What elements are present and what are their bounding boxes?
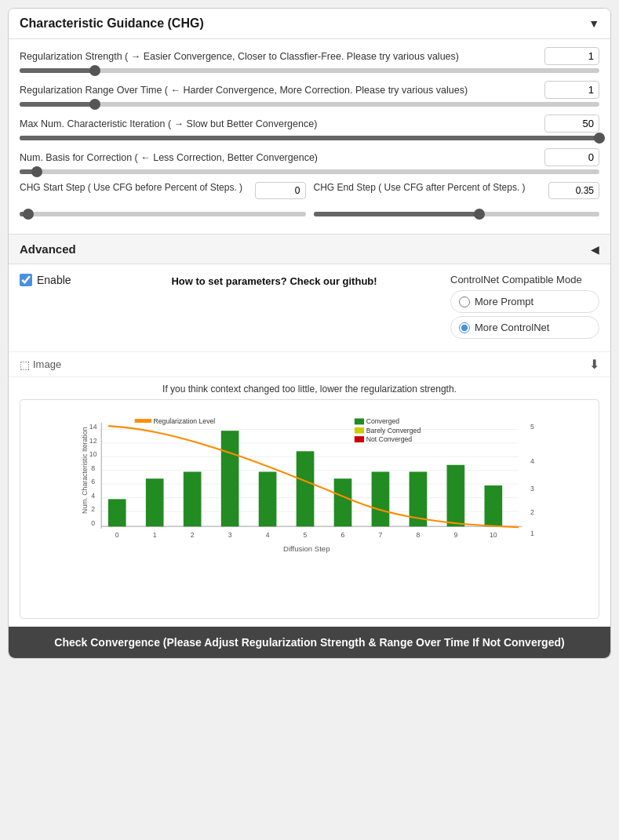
chg-start-slider[interactable]	[20, 212, 306, 216]
svg-text:6: 6	[341, 531, 345, 539]
svg-text:5: 5	[304, 531, 308, 539]
svg-text:3: 3	[530, 485, 534, 493]
bar-1	[146, 478, 164, 526]
svg-text:4: 4	[266, 531, 270, 539]
enable-label: Enable	[37, 274, 71, 286]
svg-rect-40	[355, 418, 364, 424]
chart-title: If you think context changed too little,…	[20, 384, 599, 395]
max-iter-input[interactable]	[544, 115, 599, 133]
max-iter-row: Max Num. Characteristic Iteration ( → Sl…	[20, 115, 599, 140]
reg-range-input[interactable]	[544, 81, 599, 99]
chg-end-half: CHG End Step ( Use CFG after Percent of …	[314, 182, 600, 202]
bar-6	[334, 478, 352, 526]
svg-text:7: 7	[379, 531, 383, 539]
reg-strength-row: Regularization Strength ( → Easier Conve…	[20, 47, 599, 73]
chg-end-label: CHG End Step ( Use CFG after Percent of …	[314, 182, 549, 193]
svg-text:Converged: Converged	[366, 417, 400, 425]
bar-0	[108, 499, 126, 526]
section-title: Characteristic Guidance (CHG)	[20, 16, 204, 31]
advanced-title: Advanced	[20, 242, 76, 256]
radio-more-prompt-label: More Prompt	[475, 296, 533, 307]
section-body: Regularization Strength ( → Easier Conve…	[9, 39, 610, 234]
svg-text:2: 2	[530, 508, 534, 516]
svg-text:2: 2	[191, 531, 195, 539]
bar-10	[485, 485, 503, 526]
chart-container: 14 12 10 8 6 4 2 0 Num. Characteristic I…	[20, 399, 599, 619]
svg-text:Num. Characteristic Iteration: Num. Characteristic Iteration	[81, 427, 89, 513]
chg-steps-row: CHG Start Step ( Use CFG before Percent …	[20, 182, 599, 202]
radio-more-controlnet-input[interactable]	[459, 322, 470, 333]
svg-text:4: 4	[530, 457, 534, 465]
radio-more-prompt-input[interactable]	[459, 296, 470, 307]
bar-3	[221, 431, 239, 526]
collapse-icon[interactable]: ▼	[588, 17, 599, 30]
svg-text:10: 10	[89, 450, 97, 458]
svg-text:2: 2	[91, 505, 95, 513]
svg-text:10: 10	[490, 531, 497, 539]
svg-text:6: 6	[91, 478, 95, 485]
reg-range-row: Regularization Range Over Time ( ← Harde…	[20, 81, 599, 107]
section-header: Characteristic Guidance (CHG) ▼	[9, 9, 610, 39]
bar-7	[372, 472, 390, 527]
svg-rect-44	[355, 436, 364, 442]
reg-strength-label: Regularization Strength ( → Easier Conve…	[20, 51, 544, 62]
advanced-body: Enable How to set parameters? Check our …	[9, 264, 610, 352]
reg-strength-slider[interactable]	[20, 68, 599, 73]
enable-checkbox[interactable]	[20, 274, 32, 286]
image-button[interactable]: ⬚ Image	[20, 358, 61, 371]
chg-end-input[interactable]	[548, 182, 599, 199]
github-text: How to set parameters? Check our github!	[171, 275, 377, 287]
reg-range-label: Regularization Range Over Time ( ← Harde…	[20, 85, 544, 96]
image-section: ⬚ Image ⬇	[9, 352, 610, 377]
svg-text:Barely Converged: Barely Converged	[366, 427, 421, 435]
svg-text:8: 8	[91, 464, 95, 472]
github-section: How to set parameters? Check our github!	[106, 274, 442, 289]
bar-9	[447, 465, 465, 526]
num-basis-input[interactable]	[544, 148, 599, 166]
num-basis-row: Num. Basis for Correction ( ← Less Corre…	[20, 148, 599, 174]
advanced-collapse-icon[interactable]: ◀	[591, 243, 599, 256]
chg-end-slider-wrap	[314, 210, 600, 218]
radio-more-controlnet-label: More ControlNet	[475, 322, 549, 333]
bar-4	[259, 472, 277, 527]
svg-text:1: 1	[530, 529, 534, 537]
svg-text:0: 0	[115, 531, 119, 539]
footer-text: Check Convergence (Please Adjust Regular…	[54, 636, 564, 649]
max-iter-slider[interactable]	[20, 136, 599, 140]
reg-strength-input[interactable]	[544, 47, 599, 65]
chg-steps-sliders	[20, 210, 599, 218]
image-icon: ⬚	[20, 358, 30, 371]
svg-text:Regularization Level: Regularization Level	[153, 417, 215, 425]
chg-start-input[interactable]	[255, 182, 306, 199]
advanced-header[interactable]: Advanced ◀	[9, 234, 610, 264]
svg-text:0: 0	[91, 519, 95, 527]
download-icon[interactable]: ⬇	[589, 357, 599, 372]
chg-start-half: CHG Start Step ( Use CFG before Percent …	[20, 182, 306, 202]
chg-end-slider[interactable]	[314, 212, 600, 216]
svg-rect-42	[355, 427, 364, 434]
radio-more-controlnet[interactable]: More ControlNet	[450, 316, 599, 339]
svg-text:1: 1	[153, 531, 157, 539]
chg-start-slider-wrap	[20, 210, 306, 218]
num-basis-label: Num. Basis for Correction ( ← Less Corre…	[20, 152, 544, 163]
radio-more-prompt[interactable]: More Prompt	[450, 290, 599, 313]
enable-section: Enable	[20, 274, 98, 286]
svg-text:12: 12	[89, 437, 97, 445]
svg-text:14: 14	[89, 423, 97, 431]
controlnet-section: ControlNet Compatible Mode More Prompt M…	[450, 274, 599, 342]
svg-text:9: 9	[453, 531, 457, 539]
advanced-content: Enable How to set parameters? Check our …	[20, 274, 599, 342]
image-label: Image	[33, 358, 61, 370]
svg-text:5: 5	[530, 423, 534, 431]
reg-range-slider[interactable]	[20, 102, 599, 107]
svg-text:Diffusion Step: Diffusion Step	[283, 544, 330, 553]
chart-section: If you think context changed too little,…	[9, 377, 610, 627]
bar-2	[184, 472, 202, 527]
bar-5	[297, 451, 315, 526]
svg-text:8: 8	[416, 531, 420, 539]
footer-bar: Check Convergence (Please Adjust Regular…	[9, 627, 610, 658]
num-basis-slider[interactable]	[20, 169, 599, 174]
chg-start-label: CHG Start Step ( Use CFG before Percent …	[20, 182, 255, 193]
chart-svg: 14 12 10 8 6 4 2 0 Num. Characteristic I…	[60, 416, 567, 587]
svg-text:Not Converged: Not Converged	[366, 435, 413, 443]
